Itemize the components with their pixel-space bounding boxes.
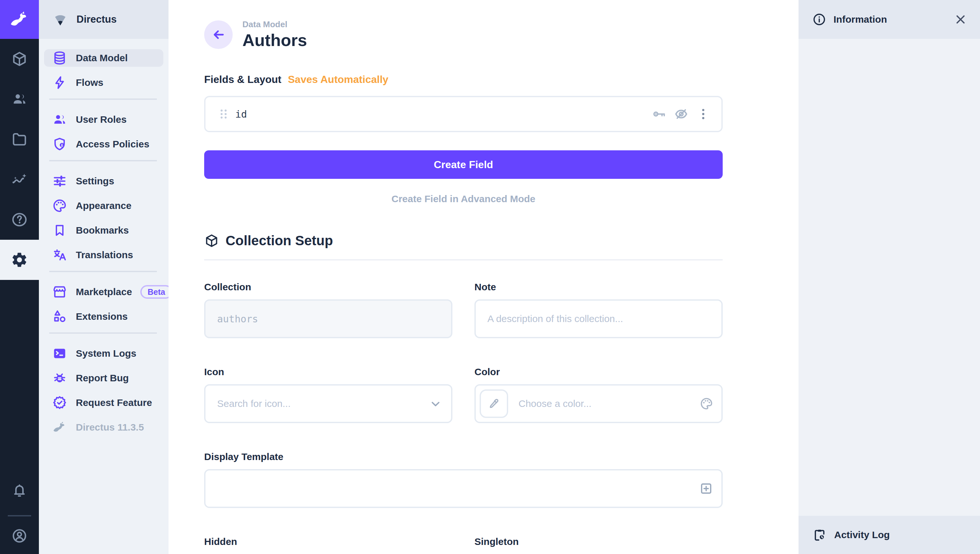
form-row-1: Collection Note (204, 281, 723, 338)
module-settings[interactable] (0, 240, 39, 280)
terminal-icon (52, 346, 67, 361)
module-help[interactable] (0, 200, 39, 240)
activity-log-label: Activity Log (834, 529, 890, 540)
sidebar-item-extensions[interactable]: Extensions (44, 308, 163, 325)
sidebar-item-system-logs[interactable]: System Logs (44, 345, 163, 362)
help-icon (11, 211, 28, 228)
breadcrumb: Data Model (242, 19, 307, 29)
sidebar-item-marketplace[interactable]: Marketplace Beta (44, 283, 163, 301)
bell-icon (11, 482, 28, 499)
sidebar-item-report-bug[interactable]: Report Bug (44, 369, 163, 387)
module-bar-spacer (0, 280, 39, 472)
project-switcher[interactable]: Directus (39, 0, 169, 39)
sidebar-item-appearance[interactable]: Appearance (44, 197, 163, 215)
palette-icon (700, 396, 714, 411)
color-field: Color (475, 366, 723, 423)
eyedropper-icon[interactable] (480, 389, 508, 418)
page-title: Authors (242, 30, 307, 50)
account-circle-icon (11, 527, 28, 544)
sidebar-item-translations[interactable]: Translations (44, 246, 163, 264)
display-template-field: Display Template (204, 451, 723, 508)
sidebar-item-label: Bookmarks (76, 225, 129, 236)
bolt-icon (52, 75, 67, 91)
note-input[interactable] (475, 299, 723, 338)
create-field-advanced-link[interactable]: Create Field in Advanced Mode (204, 193, 723, 205)
sidebar-item-bookmarks[interactable]: Bookmarks (44, 221, 163, 239)
version-label: Directus 11.3.5 (76, 422, 144, 433)
info-icon (812, 12, 826, 27)
people-icon (52, 112, 67, 127)
chevron-down-icon[interactable] (428, 396, 443, 411)
insights-icon (11, 171, 28, 188)
visibility-off-icon[interactable] (673, 106, 689, 122)
bug-icon (52, 370, 67, 386)
display-template-input[interactable] (204, 469, 723, 508)
sidebar-item-label: User Roles (76, 114, 127, 125)
people-icon (11, 91, 28, 108)
signal-fan-icon (52, 11, 69, 28)
module-account[interactable] (0, 518, 39, 554)
note-field: Note (475, 281, 723, 338)
folder-icon (11, 131, 28, 148)
color-input[interactable] (475, 384, 723, 423)
collection-setup-title: Collection Setup (226, 232, 333, 249)
sidebar-item-request-feature[interactable]: Request Feature (44, 394, 163, 411)
note-label: Note (475, 281, 723, 293)
sidebar-item-label: System Logs (76, 348, 136, 359)
shield-user-icon (52, 136, 67, 152)
field-row-id[interactable]: id (204, 96, 723, 132)
drag-handle-icon[interactable] (216, 106, 231, 122)
sidebar-divider (49, 271, 157, 272)
module-notifications[interactable] (0, 472, 39, 509)
more-vert-icon[interactable] (695, 106, 711, 122)
hidden-field: Hidden (204, 536, 453, 554)
key-icon (652, 106, 667, 122)
module-content[interactable] (0, 39, 39, 79)
icon-search-input[interactable] (204, 384, 453, 423)
collection-field: Collection (204, 281, 453, 338)
collection-input[interactable] (204, 299, 453, 338)
create-field-button[interactable]: Create Field (204, 150, 723, 179)
page-header: Data Model Authors (204, 19, 798, 50)
fields-layout-title: Fields & Layout (204, 73, 281, 86)
directus-app: Directus Data Model Flows User Roles Acc… (0, 0, 980, 554)
activity-log-button[interactable]: Activity Log (798, 516, 980, 554)
content-column: Fields & Layout Saves Automatically id C… (204, 73, 723, 554)
fields-layout-heading: Fields & Layout Saves Automatically (204, 73, 723, 86)
gear-icon (11, 252, 28, 268)
module-insights[interactable] (0, 159, 39, 200)
category-icon (52, 309, 67, 324)
close-icon[interactable] (953, 12, 968, 27)
singleton-label: Singleton (475, 536, 723, 548)
sidebar-item-flows[interactable]: Flows (44, 74, 163, 91)
sidebar-nav: Data Model Flows User Roles Access Polic… (39, 39, 169, 443)
module-users[interactable] (0, 79, 39, 119)
add-box-icon[interactable] (699, 481, 714, 496)
title-block: Data Model Authors (242, 19, 307, 50)
storefront-icon (52, 284, 67, 300)
sidebar-item-user-roles[interactable]: User Roles (44, 111, 163, 128)
bookmark-icon (52, 223, 67, 238)
beta-badge: Beta (140, 285, 169, 299)
sidebar-divider (49, 333, 157, 334)
sidebar: Directus Data Model Flows User Roles Acc… (39, 0, 169, 554)
box-icon (204, 233, 219, 248)
directus-logo[interactable] (0, 0, 39, 39)
directus-rabbit-logo-icon (8, 8, 30, 30)
sidebar-item-label: Flows (76, 77, 104, 88)
display-template-label: Display Template (204, 451, 723, 463)
sidebar-item-access-policies[interactable]: Access Policies (44, 135, 163, 153)
icon-field: Icon (204, 366, 453, 423)
collection-setup-heading: Collection Setup (204, 232, 723, 249)
directus-rabbit-icon (52, 420, 67, 435)
sidebar-version: Directus 11.3.5 (44, 419, 163, 436)
clipboard-clock-icon (812, 527, 827, 542)
sidebar-item-settings[interactable]: Settings (44, 172, 163, 190)
sidebar-item-label: Data Model (76, 53, 127, 64)
module-files[interactable] (0, 119, 39, 159)
form-row-2: Icon Color (204, 366, 723, 423)
sidebar-item-data-model[interactable]: Data Model (44, 49, 163, 67)
info-panel: Information Activity Log (798, 0, 980, 554)
back-button[interactable] (204, 21, 233, 49)
sidebar-item-label: Settings (76, 175, 114, 186)
